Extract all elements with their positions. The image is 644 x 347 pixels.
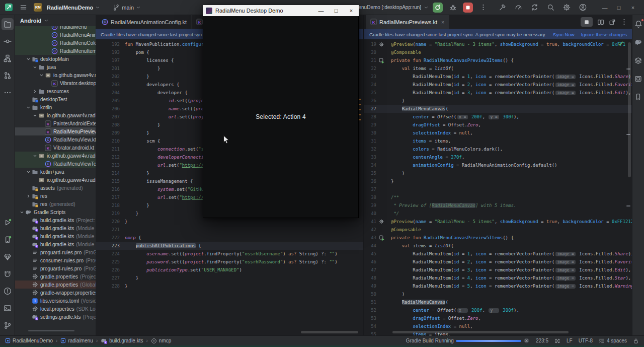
profiler-icon[interactable] — [512, 2, 524, 13]
code-line[interactable]: 50 ) — [364, 290, 632, 298]
vertical-scrollbar[interactable] — [628, 42, 631, 177]
code-line[interactable]: 224 username.set((project.findProperty("… — [96, 250, 363, 258]
editor-tab[interactable]: CRadialMenuAnimationConfig.kt — [97, 15, 192, 29]
open-in-window-icon[interactable] — [609, 19, 616, 26]
demo-close-button[interactable]: × — [344, 5, 359, 16]
inspections-ok-icon[interactable] — [617, 40, 624, 47]
code-line[interactable]: 53 dragOffset = Offset.Zero, — [364, 314, 632, 322]
tree-row[interactable]: Tlibs.versions.toml(Version C — [15, 297, 96, 305]
commit-tool-button[interactable] — [2, 35, 14, 47]
demo-window-content[interactable]: Selected: Action 4 — [203, 16, 359, 218]
code-line[interactable]: 221 — [96, 226, 363, 234]
tree-chevron-icon[interactable] — [32, 65, 38, 70]
horizontal-scrollbar[interactable] — [301, 331, 358, 333]
ignore-changes-link[interactable]: Ignore these changes — [581, 32, 627, 37]
close-tab-icon[interactable]: × — [441, 19, 444, 25]
breadcrumb-item[interactable]: nmcp — [151, 338, 171, 344]
tree-row[interactable]: io.github.gawwr4v.radialm — [15, 152, 96, 160]
running-devices-tool-button[interactable] — [632, 73, 644, 85]
tree-chevron-icon[interactable] — [32, 113, 38, 118]
cancel-build-icon[interactable] — [523, 337, 530, 344]
caret-position[interactable]: 223:5 — [536, 338, 548, 343]
search-everywhere-icon[interactable] — [544, 2, 556, 13]
tree-row[interactable]: desktopTest — [15, 95, 96, 103]
tree-row[interactable]: Kbuild.gradle.kts(Module :de — [15, 232, 96, 240]
tree-row[interactable]: proguard-rules.pro(ProGua — [15, 248, 96, 256]
more-run-options-icon[interactable] — [477, 2, 489, 13]
maximize-button[interactable]: □ — [612, 5, 626, 11]
app-quality-insights-tool-button[interactable] — [2, 251, 14, 263]
tree-chevron-icon[interactable] — [32, 89, 38, 94]
tree-chevron-icon[interactable] — [26, 105, 31, 110]
code-line[interactable]: 31 items = items, — [364, 137, 632, 145]
build-icon[interactable] — [496, 2, 508, 13]
more-tool-windows-button[interactable] — [2, 87, 14, 99]
code-line[interactable]: 30 selectionIndex = null, — [364, 129, 632, 137]
code-line[interactable]: 23 RadialMenuItem(id = 1, icon = remembe… — [364, 73, 632, 81]
code-line[interactable]: 45 RadialMenuItem(id = 1, icon = remembe… — [364, 250, 632, 258]
sync-project-icon[interactable] — [528, 2, 540, 13]
tree-row[interactable]: KVibrator.desktop.kt — [15, 79, 96, 87]
code-line[interactable]: 38/** — [364, 193, 632, 201]
code-line[interactable]: 47 RadialMenuItem(id = 3, icon = remembe… — [364, 266, 632, 274]
minimize-button[interactable]: — — [598, 5, 612, 11]
code-line[interactable]: 42@Composable — [364, 226, 632, 234]
project-selector[interactable]: RadialMenuDemo — [47, 5, 100, 11]
gutter-gear-icon[interactable] — [377, 42, 385, 47]
code-line[interactable]: 46 RadialMenuItem(id = 2, icon = remembe… — [364, 258, 632, 266]
stop-button[interactable] — [463, 3, 473, 13]
account-icon[interactable] — [577, 2, 589, 13]
breadcrumb-item[interactable]: RadialMenuDemo — [5, 338, 53, 343]
project-tool-button[interactable] — [2, 18, 14, 30]
tree-row[interactable]: local.properties(SDK Locati — [15, 305, 96, 313]
tree-chevron-icon[interactable] — [26, 57, 31, 61]
code-line[interactable]: 26 ) — [364, 97, 632, 105]
code-line[interactable]: 27 RadialMenuCanvas( — [364, 105, 632, 113]
code-editor-right[interactable]: 19@Preview(name = "RadialMenu - 3 items"… — [364, 39, 632, 335]
code-line[interactable]: 48 RadialMenuItem(id = 4, icon = remembe… — [364, 274, 632, 282]
code-line[interactable]: 19@Preview(name = "RadialMenu - 3 items"… — [364, 40, 632, 48]
tree-chevron-icon[interactable] — [26, 170, 31, 174]
code-line[interactable]: 227 } — [96, 274, 363, 282]
tree-row[interactable]: KPainterAndroidExtensi — [15, 119, 96, 127]
code-line[interactable]: 33 centerAngle = 270f, — [364, 153, 632, 161]
code-line[interactable]: 28 center = Offset(x = 200f, y = 300f), — [364, 113, 632, 121]
read-only-toggle-icon[interactable] — [633, 338, 639, 344]
tree-chevron-icon[interactable] — [32, 154, 38, 158]
demo-maximize-button[interactable]: □ — [329, 5, 344, 16]
split-view-icon[interactable] — [597, 19, 604, 26]
code-line[interactable]: 40 */ — [364, 210, 632, 218]
gutter-compose-preview-icon[interactable] — [377, 58, 385, 63]
code-line[interactable]: 39 * Preview of [RadialMenuCanvas] with … — [364, 201, 632, 210]
code-line[interactable]: 29 dragOffset = Offset.Zero, — [364, 121, 632, 129]
tree-row[interactable]: CRadialMenuView.kt — [15, 135, 96, 144]
tree-row[interactable]: desktopMain — [15, 55, 96, 63]
terminal-tool-button[interactable] — [2, 302, 14, 314]
device-explorer-tool-button[interactable] — [632, 54, 644, 66]
code-line[interactable]: 35 ) — [364, 169, 632, 177]
tree-row[interactable]: res — [15, 192, 96, 200]
line-separator[interactable]: LF — [567, 338, 573, 343]
code-line[interactable]: 37 — [364, 185, 632, 193]
tree-row[interactable]: KVibrator.android.kt — [15, 144, 96, 152]
editor-options-icon[interactable] — [620, 18, 628, 26]
pull-requests-tool-button[interactable] — [2, 70, 14, 82]
tree-row[interactable]: gradle.properties(Global Pr — [15, 281, 96, 289]
code-line[interactable]: 41@Preview(name = "RadialMenu - 5 items"… — [364, 218, 632, 226]
problems-tool-button[interactable] — [2, 285, 14, 297]
code-line[interactable]: 52 center = Offset(x = 200f, y = 300f), — [364, 306, 632, 314]
tree-row[interactable]: CRadialMenuItemTes — [15, 47, 96, 55]
demo-minimize-button[interactable]: — — [313, 5, 329, 16]
code-line[interactable]: 54 selectionIndex = null, — [364, 322, 632, 330]
code-line[interactable]: 34 animationConfig = RadialMenuAnimation… — [364, 161, 632, 169]
close-button[interactable]: × — [626, 5, 640, 11]
code-line[interactable]: 44 val items = listOf( — [364, 242, 632, 250]
tree-row[interactable]: kotlin — [15, 103, 96, 111]
horizontal-scrollbar[interactable] — [392, 331, 569, 333]
notifications-button[interactable] — [632, 18, 644, 30]
code-line[interactable]: 220} — [96, 218, 363, 226]
gutter-gear-icon[interactable] — [377, 219, 385, 224]
preview-code-mode-button[interactable] — [581, 17, 593, 27]
tree-horizontal-scrollbar[interactable] — [28, 330, 74, 331]
project-view-selector[interactable]: Android — [15, 15, 96, 26]
